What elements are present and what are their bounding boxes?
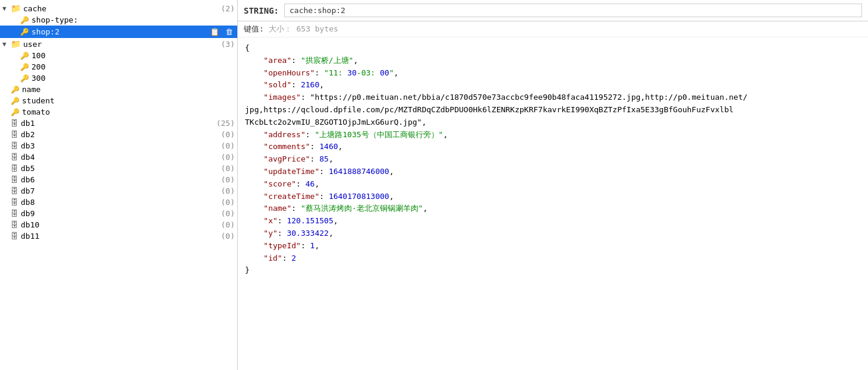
item-label: db5	[21, 164, 220, 173]
item-count: (0)	[221, 220, 235, 229]
item-label: cache	[23, 4, 220, 13]
item-count: (0)	[221, 209, 235, 218]
key-size: 653 bytes	[296, 24, 338, 33]
item-label: db4	[21, 153, 220, 162]
item-label: db6	[21, 175, 220, 184]
item-count: (25)	[216, 119, 235, 128]
item-actions: 📋 🗑	[208, 27, 235, 37]
sidebar-item-db2[interactable]: 🗄 db2 (0)	[0, 129, 237, 140]
key-info-label: 键值:	[244, 24, 264, 33]
item-label: student	[22, 96, 234, 105]
key-icon: 🔑	[11, 97, 20, 105]
db-icon: 🗄	[11, 198, 18, 207]
item-label: tomato	[22, 107, 234, 116]
item-count: (2)	[221, 4, 235, 13]
delete-button[interactable]: 🗑	[224, 27, 235, 37]
item-label: db2	[21, 130, 220, 139]
db-icon: 🗄	[11, 153, 18, 162]
db-icon: 🗄	[11, 119, 18, 128]
key-icon: 🔑	[20, 16, 29, 24]
db-icon: 🗄	[11, 130, 18, 139]
key-icon: 🔑	[20, 52, 29, 60]
sidebar-item-200[interactable]: 🔑 200	[0, 61, 237, 72]
item-count: (0)	[221, 130, 235, 139]
key-icon: 🔑	[20, 63, 29, 71]
sidebar-item-db1[interactable]: 🗄 db1 (25)	[0, 118, 237, 129]
item-label: db11	[21, 232, 220, 241]
key-icon: 🔑	[11, 108, 20, 116]
item-count: (0)	[221, 153, 235, 162]
sidebar-item-user[interactable]: ▼ 📁 user (3)	[0, 38, 237, 50]
sidebar-item-300[interactable]: 🔑 300	[0, 72, 237, 84]
item-label: db9	[21, 209, 220, 218]
db-icon: 🗄	[11, 175, 18, 184]
sidebar-item-db5[interactable]: 🗄 db5 (0)	[0, 163, 237, 174]
sidebar-item-name[interactable]: 🔑 name	[0, 84, 237, 95]
item-label: 300	[32, 74, 234, 83]
sidebar-item-tomato[interactable]: 🔑 tomato	[0, 106, 237, 118]
json-view: { "area": "拱宸桥/上塘", "openHours": "11: 30…	[238, 37, 868, 370]
sidebar-item-db11[interactable]: 🗄 db11 (0)	[0, 230, 237, 242]
key-info-bar: 键值: 大小： 653 bytes	[238, 21, 868, 37]
sidebar-item-db7[interactable]: 🗄 db7 (0)	[0, 185, 237, 197]
type-label: STRING:	[244, 6, 279, 15]
sidebar-item-shop2[interactable]: 🔑 shop:2 📋 🗑	[0, 26, 237, 38]
sidebar-item-db3[interactable]: 🗄 db3 (0)	[0, 140, 237, 151]
item-count: (0)	[221, 164, 235, 173]
sidebar-item-db4[interactable]: 🗄 db4 (0)	[0, 151, 237, 163]
db-icon: 🗄	[11, 186, 18, 195]
item-label: 100	[32, 51, 234, 60]
db-icon: 🗄	[11, 141, 18, 150]
sidebar-item-cache[interactable]: ▼ 📁 cache (2)	[0, 2, 237, 14]
item-label: shop:2	[32, 27, 207, 36]
item-label: user	[23, 40, 220, 49]
folder-icon: 📁	[11, 4, 21, 13]
db-icon: 🗄	[11, 164, 18, 173]
key-icon: 🔑	[20, 74, 29, 83]
db-icon: 🗄	[11, 232, 18, 241]
item-count: (0)	[221, 232, 235, 241]
edit-button[interactable]: 📋	[208, 27, 221, 37]
sidebar: ▼ 📁 cache (2) 🔑 shop-type: 🔑 shop:2 📋 🗑 …	[0, 0, 238, 370]
db-icon: 🗄	[11, 209, 18, 218]
sidebar-item-db10[interactable]: 🗄 db10 (0)	[0, 219, 237, 230]
sidebar-item-100[interactable]: 🔑 100	[0, 50, 237, 61]
item-count: (0)	[221, 141, 235, 150]
item-label: db10	[21, 220, 220, 229]
item-label: name	[22, 85, 234, 94]
key-size-prefix: 大小：	[269, 24, 292, 33]
arrow-icon: ▼	[2, 5, 11, 12]
item-label: 200	[32, 62, 234, 71]
string-header: STRING: cache:shop:2	[238, 0, 868, 21]
item-label: shop-type:	[32, 15, 234, 24]
item-count: (0)	[221, 186, 235, 195]
sidebar-item-db9[interactable]: 🗄 db9 (0)	[0, 208, 237, 219]
item-count: (0)	[221, 198, 235, 207]
item-count: (0)	[221, 175, 235, 184]
item-label: db1	[21, 119, 215, 128]
sidebar-item-db8[interactable]: 🗄 db8 (0)	[0, 197, 237, 208]
key-icon: 🔑	[20, 28, 29, 36]
folder-icon: 📁	[11, 39, 21, 49]
sidebar-item-shop-type[interactable]: 🔑 shop-type:	[0, 14, 237, 26]
arrow-icon: ▼	[2, 40, 11, 48]
sidebar-item-student[interactable]: 🔑 student	[0, 95, 237, 106]
item-label: db3	[21, 141, 220, 150]
item-label: db7	[21, 186, 220, 195]
sidebar-item-db6[interactable]: 🗄 db6 (0)	[0, 174, 237, 185]
item-count: (3)	[221, 40, 235, 49]
item-label: db8	[21, 198, 220, 207]
key-icon: 🔑	[11, 86, 20, 94]
key-value-display: cache:shop:2	[284, 4, 862, 17]
main-panel: STRING: cache:shop:2 键值: 大小： 653 bytes {…	[238, 0, 868, 370]
db-icon: 🗄	[11, 220, 18, 229]
